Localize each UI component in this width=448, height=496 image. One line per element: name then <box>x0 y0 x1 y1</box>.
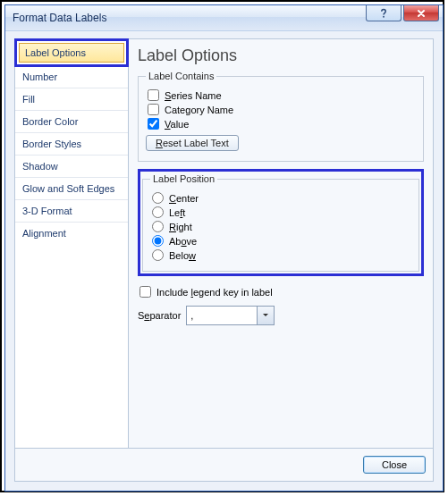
sidebar-item-label-options[interactable]: Label Options <box>14 38 129 67</box>
window-title: Format Data Labels <box>13 12 106 24</box>
panel-heading: Label Options <box>138 46 424 65</box>
position-above-radio[interactable] <box>152 235 164 247</box>
value-label: Value <box>165 119 189 130</box>
label-position-highlight: Label Position Center Left <box>138 169 424 276</box>
label-contains-legend: Label Contains <box>146 71 216 81</box>
dialog-footer: Close <box>14 449 434 482</box>
help-icon <box>378 8 389 19</box>
sidebar-item-border-color[interactable]: Border Color <box>15 111 128 133</box>
position-below-radio[interactable] <box>152 249 164 261</box>
category-sidebar: Label Options Number Fill Border Color B… <box>14 38 129 449</box>
sidebar-item-label: Label Options <box>19 43 124 63</box>
position-right-label: Right <box>169 222 192 232</box>
sidebar-item-glow-soft-edges[interactable]: Glow and Soft Edges <box>15 178 128 200</box>
svg-point-0 <box>383 15 385 17</box>
include-legend-key-label: Include legend key in label <box>156 287 273 298</box>
sidebar-item-alignment[interactable]: Alignment <box>15 223 128 244</box>
label-contains-group: Label Contains Series Name Category Name… <box>138 71 424 162</box>
category-name-checkbox[interactable] <box>148 104 159 115</box>
sidebar-item-3d-format[interactable]: 3-D Format <box>15 200 128 223</box>
category-name-label: Category Name <box>165 105 233 115</box>
separator-value: , <box>187 307 257 324</box>
position-center-label: Center <box>169 193 199 204</box>
sidebar-item-border-styles[interactable]: Border Styles <box>15 133 128 156</box>
position-above-label: Above <box>169 236 197 247</box>
close-button[interactable]: Close <box>363 456 426 474</box>
position-below-label: Below <box>169 250 196 261</box>
position-left-radio[interactable] <box>152 206 164 218</box>
position-center-radio[interactable] <box>152 192 164 204</box>
series-name-checkbox[interactable] <box>148 89 159 101</box>
label-position-group: Label Position Center Left <box>142 173 419 272</box>
position-right-radio[interactable] <box>152 221 164 232</box>
help-button[interactable] <box>366 5 402 21</box>
window-close-button[interactable] <box>403 5 439 21</box>
label-position-legend: Label Position <box>150 173 217 184</box>
sidebar-item-number[interactable]: Number <box>15 66 128 88</box>
dropdown-arrow[interactable] <box>257 307 274 324</box>
reset-label-text-button[interactable]: Reset Label Text <box>146 135 239 151</box>
sidebar-item-fill[interactable]: Fill <box>15 88 128 111</box>
value-checkbox[interactable] <box>148 118 159 130</box>
titlebar[interactable]: Format Data Labels <box>5 5 443 31</box>
separator-dropdown[interactable]: , <box>186 306 275 325</box>
format-data-labels-dialog: Format Data Labels <box>4 4 444 492</box>
chevron-down-icon <box>262 312 269 319</box>
close-icon <box>417 9 426 18</box>
separator-label: Separator <box>138 310 181 321</box>
include-legend-key-checkbox[interactable] <box>139 286 151 298</box>
screenshot-outer-frame: Format Data Labels <box>0 0 444 492</box>
series-name-label: Series Name <box>165 90 222 101</box>
options-panel: Label Options Label Contains Series Name… <box>129 38 434 449</box>
position-left-label: Left <box>169 207 185 218</box>
sidebar-item-shadow[interactable]: Shadow <box>15 156 128 178</box>
